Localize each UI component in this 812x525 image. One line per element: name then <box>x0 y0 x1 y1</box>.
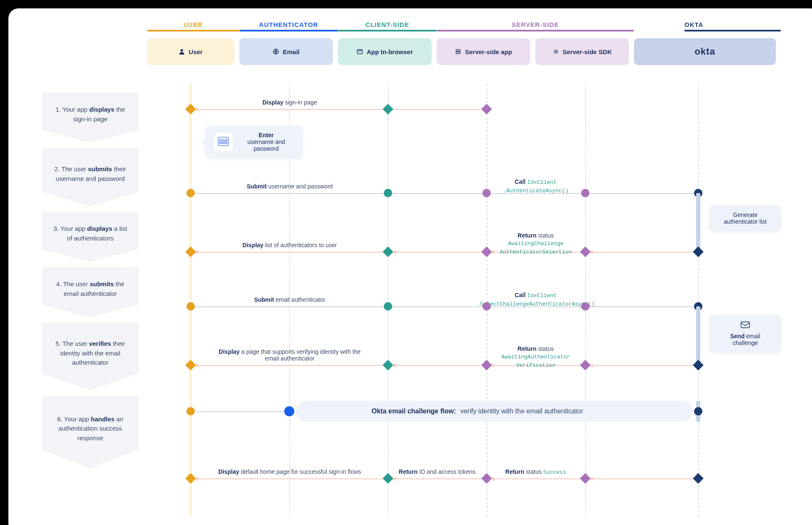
callout-enter: Enterusername and password <box>206 126 302 158</box>
marker-user-r6 <box>185 473 196 483</box>
arrow-challenge-left <box>191 411 289 412</box>
diagram-frame: USER AUTHENTICATOR CLIENT-SIDE SERVER-SI… <box>8 8 812 525</box>
marker-server-r6b <box>580 473 590 483</box>
lane-box-client: App In-browser <box>338 38 432 65</box>
lifeline-okta <box>698 84 699 517</box>
step-3: 3. Your app displays a list of authentic… <box>42 212 139 262</box>
label-r1: Display sign-in page <box>262 99 317 106</box>
marker-server-r4b <box>581 302 589 311</box>
lifeline-client <box>388 84 389 517</box>
server-icon <box>455 48 461 55</box>
lane-header-auth: AUTHENTICATOR <box>239 21 338 35</box>
swimlane-area: Display sign-in page Enterusername and p… <box>147 84 787 517</box>
marker-client-r6 <box>382 473 393 483</box>
label-r2-call: Call IdxClient.AuthenticateAsync() <box>503 178 568 195</box>
lifeline-user <box>189 84 192 517</box>
challenge-flow-bar: Okta email challenge flow: verify identi… <box>296 401 693 422</box>
label-r5-display: Display a page that supports verifying i… <box>218 348 361 362</box>
step-1: 1. Your app displays the sign-in page <box>42 92 139 143</box>
user-icon <box>178 48 185 55</box>
marker-client-r3 <box>382 246 393 257</box>
step-5: 5. The user verifies their identity with… <box>42 322 139 391</box>
lane-box-okta: okta <box>634 38 776 65</box>
marker-okta-r6 <box>693 473 703 483</box>
step-4: 4. The user submits the email authentica… <box>42 267 139 317</box>
marker-user-r4 <box>186 302 195 311</box>
arrow-r6 <box>195 478 698 479</box>
marker-client-r2 <box>384 189 392 197</box>
marker-client-r5 <box>382 360 393 370</box>
marker-user-challenge <box>186 407 195 415</box>
svg-rect-9 <box>741 322 749 328</box>
label-r6-tokens: Return ID and access tokens <box>399 468 476 475</box>
arrow-r2 <box>191 193 698 194</box>
step-6: 6. Your app handles an authentication su… <box>42 396 139 468</box>
label-r6-status: Return status Success <box>506 468 566 475</box>
arrow-r1 <box>195 109 487 110</box>
callout-pointer <box>202 138 206 147</box>
svg-rect-4 <box>456 52 460 54</box>
svg-rect-6 <box>218 137 228 146</box>
arrow-r4 <box>191 306 698 307</box>
marker-user-r2 <box>186 189 195 197</box>
activation-okta-1 <box>696 193 700 252</box>
gear-icon <box>553 48 559 55</box>
label-r4-submit: Submit email authenticator <box>254 296 325 303</box>
marker-user-r5 <box>185 360 196 370</box>
lane-box-server-app: Server-side app <box>437 38 530 65</box>
marker-okta-r3 <box>693 246 703 257</box>
callout-send-challenge: Send email challenge <box>710 315 781 352</box>
label-r4-call: Call IdxClient.SelectChallengeAuthentica… <box>477 291 595 308</box>
mail-icon <box>740 321 750 329</box>
label-r3-display: Display list of authenticators to user <box>243 242 337 248</box>
marker-okta-r5 <box>693 360 703 370</box>
svg-rect-2 <box>357 50 362 54</box>
lanes-header-row: USER AUTHENTICATOR CLIENT-SIDE SERVER-SI… <box>147 21 804 35</box>
marker-server-r2b <box>581 189 589 197</box>
marker-client-r4 <box>384 302 392 311</box>
arrow-r5 <box>195 365 698 366</box>
marker-server-r5b <box>580 360 590 370</box>
lane-box-server-sdk: Server-side SDK <box>535 38 629 65</box>
marker-server-r1 <box>481 104 492 114</box>
lane-header-user: USER <box>147 21 239 35</box>
lane-boxes-row: User Email App In-browser Server-side ap… <box>147 38 804 65</box>
marker-auth-challenge <box>284 406 294 416</box>
marker-okta-challenge <box>694 407 702 415</box>
lane-box-auth: Email <box>239 38 333 65</box>
marker-server-r2a <box>482 189 491 197</box>
marker-server-r4a <box>482 302 491 311</box>
login-form-icon <box>214 133 233 151</box>
globe-icon <box>272 48 279 55</box>
marker-user-r1 <box>185 104 196 114</box>
lane-header-okta: OKTA <box>634 21 781 35</box>
svg-point-0 <box>181 49 183 52</box>
marker-user-r3 <box>185 246 196 257</box>
arrow-r3 <box>195 252 698 253</box>
marker-server-r6a <box>481 473 492 483</box>
label-r2-submit: Submit username and password <box>247 183 333 190</box>
callout-generate-list: Generate authenticator list <box>710 206 781 231</box>
svg-point-5 <box>555 51 557 52</box>
label-r6-display: Display default home page for successful… <box>218 468 361 475</box>
marker-client-r1 <box>382 104 393 114</box>
marker-server-r3b <box>580 246 590 257</box>
browser-icon <box>356 48 363 55</box>
activation-okta-2 <box>696 306 700 365</box>
step-2: 2. The user submits their username and p… <box>42 148 139 206</box>
svg-rect-7 <box>220 140 227 141</box>
lane-header-server: SERVER-SIDE <box>437 21 634 35</box>
steps-column: 1. Your app displays the sign-in page 2.… <box>42 92 139 473</box>
label-r5-return: Return statusAwaitingAuthenticatorVerifi… <box>501 345 570 369</box>
label-r3-return: Return statusAwaitingChallengeAuthentica… <box>500 232 572 256</box>
svg-rect-3 <box>456 50 460 51</box>
svg-rect-8 <box>220 142 227 144</box>
marker-server-r3a <box>481 246 492 257</box>
lane-box-user: User <box>147 38 234 65</box>
lane-header-client: CLIENT-SIDE <box>338 21 437 35</box>
marker-server-r5a <box>481 360 492 370</box>
